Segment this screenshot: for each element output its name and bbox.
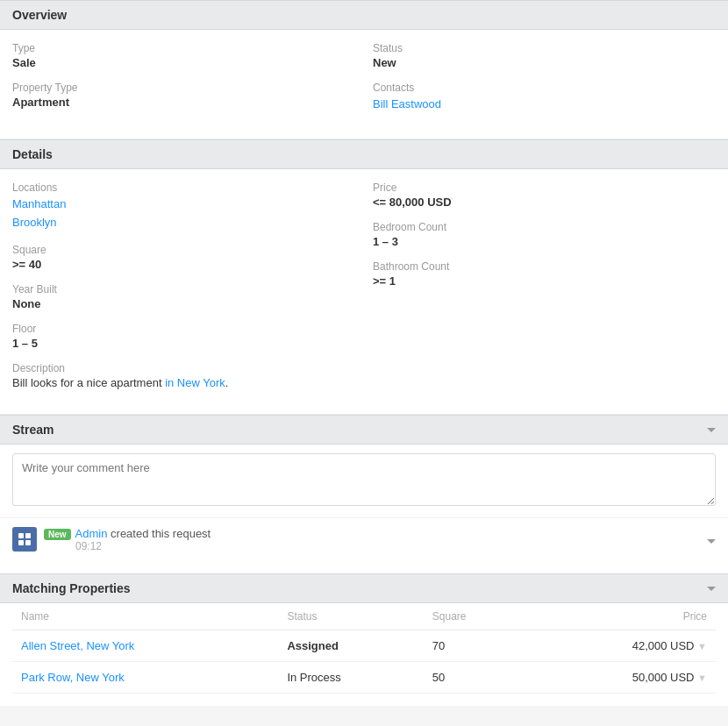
- overview-title: Overview: [12, 8, 67, 22]
- col-header-square: Square: [424, 603, 528, 630]
- matching-section: Matching Properties Name Status Square P…: [0, 573, 728, 706]
- stream-event-item: NewAdmin created this request 09:12: [0, 517, 728, 565]
- bedroom-value: 1 – 3: [373, 235, 716, 248]
- overview-content: Type Sale Property Type Apartment Status…: [0, 30, 728, 139]
- floor-label: Floor: [12, 323, 355, 335]
- event-description: created this request: [111, 527, 211, 540]
- row-name-0[interactable]: Allen Street, New York: [12, 630, 278, 662]
- status-value: New: [373, 56, 716, 69]
- svg-rect-0: [18, 533, 24, 538]
- price-field: Price <= 80,000 USD: [373, 182, 716, 209]
- overview-section: Overview Type Sale Property Type Apartme…: [0, 0, 728, 139]
- stream-item-chevron-icon[interactable]: [707, 539, 716, 544]
- type-label: Type: [12, 42, 355, 54]
- event-user[interactable]: Admin: [75, 527, 108, 540]
- status-field: Status New: [373, 42, 716, 69]
- contacts-field: Contacts Bill Eastwood: [373, 82, 716, 114]
- details-section: Details Locations Manhattan Brooklyn Squ…: [0, 139, 728, 416]
- event-time: 09:12: [44, 540, 700, 556]
- stream-section: Stream NewAdmin created this request 09:…: [0, 415, 728, 565]
- bathroom-value: >= 1: [373, 274, 716, 288]
- status-label: Status: [373, 42, 716, 54]
- price-label: Price: [373, 182, 716, 194]
- type-value: Sale: [12, 56, 355, 69]
- row-status-0: Assigned: [278, 630, 423, 662]
- details-header: Details: [0, 139, 728, 169]
- table-header-row: Name Status Square Price: [12, 603, 716, 630]
- bedroom-label: Bedroom Count: [373, 221, 716, 233]
- comment-input[interactable]: [12, 453, 716, 506]
- property-type-value: Apartment: [12, 96, 355, 109]
- location-brooklyn[interactable]: Brooklyn: [12, 214, 355, 232]
- description-value: Bill looks for a nice apartment in New Y…: [12, 376, 355, 389]
- square-label: Square: [12, 244, 355, 256]
- year-built-label: Year Built: [12, 283, 355, 295]
- col-header-price: Price: [528, 603, 716, 630]
- matching-header: Matching Properties: [0, 573, 728, 603]
- matching-content: Name Status Square Price Allen Street, N…: [0, 603, 728, 706]
- property-type-field: Property Type Apartment: [12, 82, 355, 109]
- bathroom-label: Bathroom Count: [373, 260, 716, 273]
- matching-title: Matching Properties: [12, 581, 131, 595]
- description-field: Description Bill looks for a nice apartm…: [12, 362, 355, 389]
- page-container: Overview Type Sale Property Type Apartme…: [0, 0, 728, 706]
- locations-field: Locations Manhattan Brooklyn: [12, 182, 355, 232]
- price-value: <= 80,000 USD: [373, 196, 716, 209]
- type-field: Type Sale: [12, 42, 355, 69]
- row-price-1: 50,000 USD ▼: [528, 662, 716, 694]
- year-built-field: Year Built None: [12, 283, 355, 310]
- col-header-name: Name: [12, 603, 278, 630]
- svg-rect-2: [18, 540, 24, 545]
- bathroom-field: Bathroom Count >= 1: [373, 260, 716, 288]
- row-name-1[interactable]: Park Row, New York: [12, 662, 278, 694]
- matching-table: Name Status Square Price Allen Street, N…: [12, 603, 716, 694]
- stream-header: Stream: [0, 415, 728, 445]
- stream-event-content: NewAdmin created this request 09:12: [44, 527, 700, 556]
- event-badge: New: [44, 529, 71, 540]
- description-highlight: in New York: [165, 376, 225, 389]
- svg-rect-3: [25, 540, 31, 545]
- overview-header: Overview: [0, 0, 728, 30]
- location-manhattan[interactable]: Manhattan: [12, 196, 355, 214]
- floor-value: 1 – 5: [12, 337, 355, 350]
- table-row: Park Row, New YorkIn Process5050,000 USD…: [12, 662, 716, 694]
- row-square-1: 50: [424, 662, 528, 694]
- locations-label: Locations: [12, 182, 355, 194]
- square-value: >= 40: [12, 258, 355, 271]
- table-row: Allen Street, New YorkAssigned7042,000 U…: [12, 630, 716, 662]
- col-header-status: Status: [278, 603, 423, 630]
- stream-content: [0, 445, 728, 517]
- year-built-value: None: [12, 297, 355, 310]
- stream-title: Stream: [12, 423, 54, 437]
- description-label: Description: [12, 362, 355, 374]
- details-content: Locations Manhattan Brooklyn Square >= 4…: [0, 169, 728, 416]
- stream-collapse-icon[interactable]: [707, 428, 716, 432]
- row-square-0: 70: [424, 630, 528, 662]
- svg-rect-1: [25, 533, 31, 538]
- user-avatar-svg: [18, 532, 32, 546]
- property-type-label: Property Type: [12, 82, 355, 94]
- row-price-0: 42,000 USD ▼: [528, 630, 716, 662]
- details-title: Details: [12, 147, 53, 161]
- matching-collapse-icon[interactable]: [707, 587, 716, 591]
- contacts-label: Contacts: [373, 82, 716, 94]
- contacts-value[interactable]: Bill Eastwood: [373, 96, 716, 114]
- avatar-icon: [12, 527, 37, 552]
- floor-field: Floor 1 – 5: [12, 323, 355, 350]
- row-status-1: In Process: [278, 662, 423, 694]
- stream-event-text: NewAdmin created this request: [44, 527, 700, 540]
- bedroom-field: Bedroom Count 1 – 3: [373, 221, 716, 248]
- square-field: Square >= 40: [12, 244, 355, 271]
